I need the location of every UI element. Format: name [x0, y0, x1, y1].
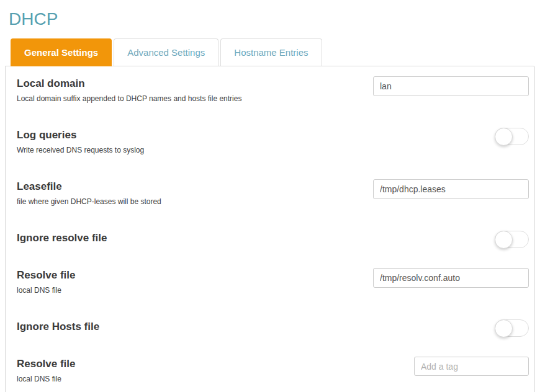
page-title: DHCP [9, 9, 545, 30]
local-domain-input[interactable] [373, 76, 529, 96]
ignore-resolve-file-toggle[interactable] [495, 231, 529, 248]
field-row-ignore-resolve-file: Ignore resolve file [17, 231, 529, 248]
toggle-knob [495, 319, 513, 337]
field-label: Ignore Hosts file [17, 321, 373, 333]
toggle-knob [495, 231, 513, 249]
field-meta: Resolve file local DNS file [17, 357, 373, 383]
add-tag-input[interactable] [414, 357, 529, 376]
field-description: Local domain suffix appended to DHCP nam… [17, 94, 373, 103]
field-description: Write received DNS requests to syslog [17, 146, 373, 154]
field-control [373, 231, 529, 248]
field-meta: Local domain Local domain suffix appende… [17, 76, 373, 103]
tab-bar: General Settings Advanced Settings Hostn… [11, 38, 545, 66]
tab-general-settings[interactable]: General Settings [11, 38, 112, 66]
field-row-log-queries: Log queries Write received DNS requests … [17, 128, 529, 154]
leasefile-input[interactable] [373, 179, 529, 199]
field-label: Resolve file [17, 269, 373, 282]
field-row-local-domain: Local domain Local domain suffix appende… [17, 76, 529, 103]
field-control [373, 268, 529, 288]
toggle-knob [495, 128, 513, 146]
field-control [373, 128, 529, 145]
resolve-file-input[interactable] [373, 268, 529, 288]
tab-hostname-entries[interactable]: Hostname Entries [220, 38, 322, 66]
field-label: Log queries [17, 129, 373, 141]
settings-panel: Local domain Local domain suffix appende… [5, 66, 535, 392]
field-row-leasefile: Leasefile file where given DHCP-leases w… [17, 179, 529, 206]
field-meta: Log queries Write received DNS requests … [17, 128, 373, 154]
field-row-resolve-file-tag: Resolve file local DNS file [17, 357, 529, 383]
field-label: Local domain [17, 78, 373, 90]
log-queries-toggle[interactable] [495, 128, 529, 145]
field-description: local DNS file [17, 286, 373, 295]
field-control [373, 357, 529, 376]
field-meta: Resolve file local DNS file [17, 268, 373, 295]
ignore-hosts-file-toggle[interactable] [495, 319, 529, 337]
field-description: local DNS file [17, 375, 373, 383]
field-control [373, 179, 529, 199]
field-control [373, 319, 529, 337]
field-label: Ignore resolve file [17, 232, 373, 244]
field-description: file where given DHCP-leases will be sto… [17, 197, 373, 206]
field-meta: Ignore resolve file [17, 231, 373, 244]
field-row-ignore-hosts-file: Ignore Hosts file [17, 319, 529, 337]
field-meta: Leasefile file where given DHCP-leases w… [17, 179, 373, 206]
tab-advanced-settings[interactable]: Advanced Settings [114, 38, 218, 66]
field-label: Leasefile [17, 180, 373, 193]
field-row-resolve-file: Resolve file local DNS file [17, 268, 529, 295]
field-meta: Ignore Hosts file [17, 319, 373, 333]
field-control [373, 76, 529, 96]
field-label: Resolve file [17, 358, 373, 370]
